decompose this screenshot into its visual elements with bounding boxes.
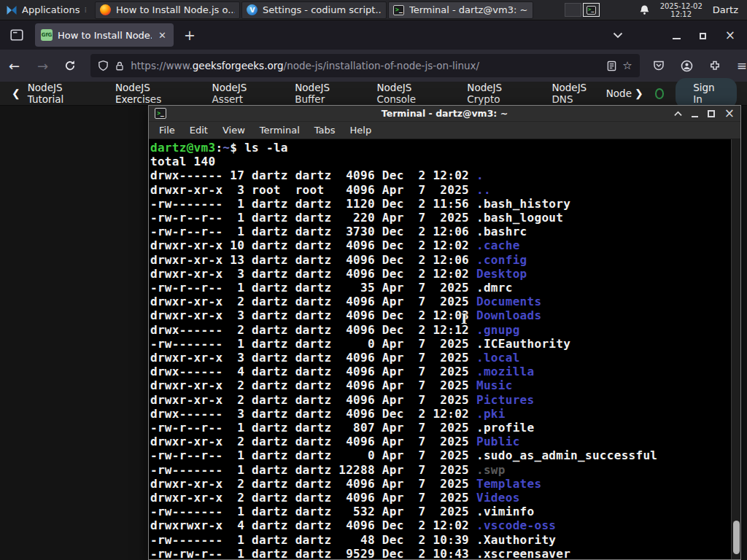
tab-title: How to Install Node.js on <box>58 30 152 41</box>
clock-time: 12:12 <box>670 10 692 18</box>
clock[interactable]: 2025-12-02 12:12 <box>660 2 703 18</box>
list-all-tabs-icon[interactable] <box>613 32 623 39</box>
terminal-ls-line: drwxr-xr-x 2 dartz dartz 4096 Apr 7 2025… <box>150 378 730 392</box>
menu-tabs[interactable]: Tabs <box>307 122 343 138</box>
geeksforgeeks-favicon: GfG <box>41 29 53 41</box>
workspace-2-active[interactable]: >_ <box>583 3 600 17</box>
menu-hamburger-icon[interactable]: ≡ <box>737 58 747 73</box>
terminal-ls-line: drwxr-xr-x 2 dartz dartz 4096 Apr 7 2025… <box>150 393 730 407</box>
tab-close-icon[interactable]: ✕ <box>157 30 168 41</box>
terminal-ls-line: -rw-rw-r-- 1 dartz dartz 9529 Dec 2 10:4… <box>150 547 730 559</box>
sign-in-button[interactable]: Sign In <box>676 78 737 109</box>
terminal-ls-line: drwxr-xr-x 2 dartz dartz 4096 Apr 7 2025… <box>150 435 730 448</box>
terminal-ls-line: -rw------- 1 dartz dartz 12288 Apr 7 202… <box>150 463 730 477</box>
bookmark-star-icon[interactable]: ☆ <box>622 59 632 72</box>
terminal-ls-line: -rw------- 1 dartz dartz 48 Dec 2 10:39 … <box>150 533 730 547</box>
extensions-puzzle-icon[interactable] <box>709 60 721 71</box>
terminal-ls-line: drwxr-xr-x 3 dartz dartz 4096 Dec 2 12:0… <box>150 267 730 281</box>
terminal-ls-line: drwxr-xr-x 10 dartz dartz 4096 Dec 2 12:… <box>150 238 730 252</box>
url-text[interactable]: https://www.geeksforgeeks.org/node-js/in… <box>131 60 601 71</box>
terminal-body[interactable]: dartz@vm3:~$ ls -latotal 140drwx------ 1… <box>149 139 740 559</box>
mouse-ibeam-cursor: I <box>461 311 467 327</box>
terminal-shade-button[interactable] <box>674 111 682 117</box>
terminal-scrollbar[interactable] <box>731 139 740 559</box>
terminal-ls-line: -rw-r--r-- 1 dartz dartz 220 Apr 7 2025 … <box>150 211 730 225</box>
terminal-output: dartz@vm3:~$ ls -latotal 140drwx------ 1… <box>150 141 730 559</box>
terminal-ls-line: -rw-r--r-- 1 dartz dartz 35 Apr 7 2025 .… <box>150 281 730 295</box>
back-button[interactable]: ← <box>0 58 28 74</box>
applications-label: Applications <box>22 4 80 15</box>
terminal-scrollbar-thumb[interactable] <box>733 521 740 554</box>
firefox-icon <box>100 4 112 16</box>
nav-link-nodejs-console[interactable]: NodeJS Console <box>377 82 448 105</box>
browser-tab-active[interactable]: GfG How to Install Node.js on ✕ <box>35 23 174 47</box>
notifications-bell-icon[interactable] <box>639 4 650 15</box>
menu-view[interactable]: View <box>215 122 252 138</box>
nav-link-nodejs-buffer[interactable]: NodeJS Buffer <box>295 82 357 105</box>
menu-file[interactable]: File <box>152 122 182 138</box>
terminal-title-bar[interactable]: >_ Terminal - dartz@vm3: ~ × <box>149 106 740 122</box>
url-bar[interactable]: https://www.geeksforgeeks.org/node-js/in… <box>90 54 640 77</box>
shield-icon[interactable] <box>98 60 109 71</box>
menu-edit[interactable]: Edit <box>182 122 215 138</box>
terminal-ls-line: -rw------- 1 dartz dartz 532 Apr 7 2025 … <box>150 505 730 518</box>
applications-icon <box>6 4 18 16</box>
terminal-ls-line: -rw-r--r-- 1 dartz dartz 3730 Dec 2 12:0… <box>150 225 730 238</box>
terminal-total-line: total 140 <box>150 155 730 168</box>
terminal-minimize-button[interactable] <box>692 106 698 120</box>
nav-link-nodejs-tutorial[interactable]: NodeJS Tutorial <box>28 82 96 105</box>
terminal-maximize-button[interactable] <box>708 106 715 120</box>
nav-link-nodejs-crypto[interactable]: NodeJS Crypto <box>467 82 532 105</box>
taskbar: Applications ⁞ How to Install Node.js o.… <box>0 0 747 20</box>
terminal-menu-bar: File Edit View Terminal Tabs Help <box>149 122 740 139</box>
forward-button[interactable]: → <box>28 58 57 74</box>
nav-link-nodejs-exercises[interactable]: NodeJS Exercises <box>115 82 193 105</box>
menu-help[interactable]: Help <box>343 122 379 138</box>
system-tray: 2025-12-02 12:12 Dartz <box>639 2 747 18</box>
user-menu[interactable]: Dartz <box>713 4 738 15</box>
nav-scroll-left-icon[interactable]: ❮ <box>12 88 20 99</box>
terminal-window: >_ Terminal - dartz@vm3: ~ × File Edit V… <box>148 105 741 560</box>
reader-mode-icon[interactable] <box>607 61 616 71</box>
workspace-switcher[interactable]: >_ <box>565 3 600 17</box>
pocket-save-icon[interactable] <box>653 60 665 71</box>
terminal-ls-line: drwx------ 4 dartz dartz 4096 Apr 7 2025… <box>150 365 730 378</box>
terminal-ls-line: drwxr-xr-x 3 root root 4096 Apr 7 2025 .… <box>150 183 730 197</box>
taskbar-window-codium[interactable]: V Settings - codium script... <box>241 1 387 19</box>
terminal-close-button[interactable]: × <box>724 107 735 120</box>
applications-menu-button[interactable]: Applications ⁞ <box>0 0 95 20</box>
vscodium-icon: V <box>247 4 258 16</box>
taskbar-window-terminal[interactable]: >_ Terminal - dartz@vm3: ~ <box>388 1 533 19</box>
terminal-icon: >_ <box>587 6 596 15</box>
taskbar-window-firefox[interactable]: How to Install Node.js o... <box>95 1 240 19</box>
nav-link-truncated[interactable]: Node <box>606 88 632 99</box>
terminal-ls-line: drwx------ 17 dartz dartz 4096 Dec 2 12:… <box>150 168 730 182</box>
firefox-view-icon[interactable] <box>10 29 23 41</box>
terminal-ls-line: drwxr-xr-x 3 dartz dartz 4096 Apr 7 2025… <box>150 351 730 365</box>
site-nav-bar: ❮ NodeJS Tutorial NodeJS Exercises NodeJ… <box>0 82 747 106</box>
account-icon[interactable] <box>681 60 693 72</box>
reload-button[interactable] <box>57 60 83 71</box>
browser-tab-bar: GfG How to Install Node.js on ✕ + × <box>0 20 747 50</box>
window-maximize-button[interactable] <box>700 28 706 42</box>
terminal-ls-line: -rw------- 1 dartz dartz 0 Apr 7 2025 .I… <box>150 337 730 351</box>
terminal-title: Terminal - dartz@vm3: ~ <box>149 108 740 119</box>
terminal-icon: >_ <box>393 4 405 16</box>
nav-scroll-right-icon[interactable]: ❯ <box>635 88 643 99</box>
terminal-ls-line: drwxr-xr-x 2 dartz dartz 4096 Apr 7 2025… <box>150 477 730 491</box>
new-tab-button[interactable]: + <box>184 27 196 43</box>
window-minimize-button[interactable] <box>673 28 681 42</box>
panel-grip: ⁞ <box>84 5 86 15</box>
terminal-ls-line: drwxr-xr-x 2 dartz dartz 4096 Apr 7 2025… <box>150 295 730 308</box>
menu-terminal[interactable]: Terminal <box>252 122 307 138</box>
nav-link-nodejs-dns[interactable]: NodeJS DNS <box>551 82 605 105</box>
window-close-button[interactable]: × <box>725 29 735 42</box>
workspace-1[interactable] <box>565 3 581 17</box>
lock-icon[interactable] <box>115 61 125 71</box>
search-spinner-icon[interactable] <box>655 88 665 99</box>
url-domain: geeksforgeeks.org <box>193 60 284 71</box>
clock-date: 2025-12-02 <box>660 2 703 10</box>
url-path: /node-js/installation-of-node-js-on-linu… <box>284 60 480 71</box>
terminal-ls-line: drwxrwxr-x 4 dartz dartz 4096 Dec 2 12:0… <box>150 518 730 532</box>
nav-link-nodejs-assert[interactable]: NodeJS Assert <box>212 82 276 105</box>
